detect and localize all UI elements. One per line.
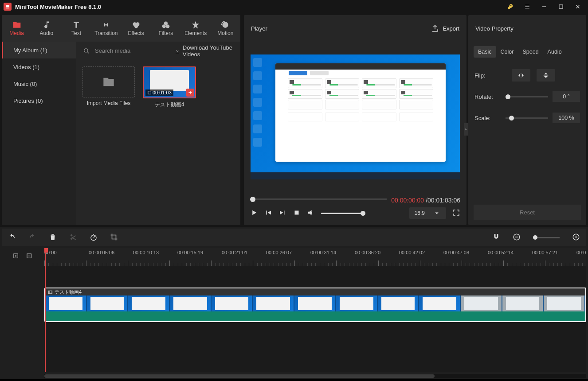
undo-button[interactable]	[8, 233, 16, 242]
properties-panel: Video Property Basic Color Speed Audio F…	[468, 15, 586, 225]
speed-button[interactable]	[90, 233, 98, 242]
tab-audio-prop[interactable]: Audio	[543, 46, 566, 58]
crop-button[interactable]	[110, 233, 118, 242]
svg-point-7	[223, 22, 228, 27]
app-logo	[4, 3, 12, 11]
redo-button[interactable]	[28, 233, 36, 242]
audio-track[interactable]	[44, 323, 586, 349]
sidebar-item-music[interactable]: Music (0)	[2, 75, 76, 92]
add-track-button[interactable]	[13, 253, 20, 261]
title-bar: MiniTool MovieMaker Free 8.1.0	[0, 0, 588, 13]
ruler-label: 00:00:47:08	[443, 250, 469, 255]
app-title: MiniTool MovieMaker Free 8.1.0	[15, 4, 101, 10]
sidebar-item-pictures[interactable]: Pictures (0)	[2, 92, 76, 109]
hamburger-menu-icon[interactable]	[521, 0, 534, 13]
magnet-icon[interactable]	[492, 233, 500, 242]
svg-point-8	[84, 48, 88, 52]
tab-speed[interactable]: Speed	[518, 46, 543, 58]
minimize-button[interactable]	[537, 0, 551, 13]
scrubber[interactable]	[250, 198, 387, 200]
tab-audio[interactable]: Audio	[31, 18, 61, 39]
ruler-label: 00:00:10:13	[133, 250, 159, 255]
media-clip-tile[interactable]: 00:01:03 テスト動画4	[143, 66, 196, 109]
ruler-label: 00:00:26:07	[266, 250, 292, 255]
split-button[interactable]	[69, 233, 77, 242]
video-clip[interactable]: テスト動画4	[44, 288, 586, 322]
current-time: 00:00:00:00	[391, 197, 424, 204]
volume-slider[interactable]	[321, 213, 365, 214]
filmstrip-icon	[48, 290, 53, 295]
tab-text[interactable]: Text	[62, 18, 91, 39]
category-tabs: Media Audio Text Transition Effects Filt…	[2, 15, 240, 42]
ruler-label: 00:00:15:19	[177, 250, 203, 255]
timeline-toolbar	[2, 229, 586, 246]
ruler-label: 00:00:31:14	[310, 250, 336, 255]
next-frame-button[interactable]	[278, 209, 286, 218]
ruler-label: 00:00:52:14	[488, 250, 514, 255]
search-input[interactable]	[94, 47, 170, 54]
svg-point-3	[134, 24, 137, 28]
timeline-scrollbar[interactable]	[44, 374, 586, 378]
flip-horizontal-button[interactable]	[512, 69, 530, 82]
svg-point-5	[162, 24, 166, 28]
player-panel: Player Export	[244, 15, 466, 225]
search-icon	[83, 48, 90, 54]
license-key-icon[interactable]	[504, 0, 517, 13]
prev-frame-button[interactable]	[264, 209, 272, 218]
zoom-slider[interactable]	[533, 237, 560, 238]
remove-track-button[interactable]	[26, 253, 33, 261]
timeline-ruler[interactable]: 00:0000:00:05:0600:00:10:1300:00:15:1900…	[44, 248, 586, 266]
ruler-label: 00:00:36:20	[355, 250, 380, 255]
total-time: 00:01:03:06	[427, 197, 460, 204]
ruler-label: 00:00:57:21	[532, 250, 558, 255]
svg-point-6	[166, 24, 169, 28]
ruler-label: 00:00:21:01	[222, 250, 247, 255]
tab-color[interactable]: Color	[496, 46, 518, 58]
rotate-slider[interactable]	[506, 96, 548, 97]
properties-title: Video Property	[475, 25, 514, 32]
sidebar-item-myalbum[interactable]: My Album (1)	[2, 42, 76, 58]
clip-duration: 00:01:03	[145, 89, 173, 96]
volume-button[interactable]	[307, 209, 315, 218]
import-media-tile[interactable]: Import Media Files	[82, 66, 135, 109]
maximize-button[interactable]	[554, 0, 568, 13]
tab-transition[interactable]: Transition	[91, 18, 121, 39]
tab-motion[interactable]: Motion	[211, 18, 240, 39]
export-button[interactable]: Export	[431, 24, 459, 32]
tab-effects[interactable]: Effects	[121, 18, 151, 39]
scale-slider[interactable]	[506, 117, 548, 119]
stop-button[interactable]	[293, 209, 301, 218]
play-button[interactable]	[250, 209, 258, 218]
zoom-in-button[interactable]	[572, 233, 580, 242]
chevron-down-icon	[433, 209, 441, 217]
ruler-label: 00:01:03	[576, 250, 586, 255]
aspect-ratio-select[interactable]: 16:9	[409, 207, 446, 219]
folder-icon	[102, 76, 115, 88]
reset-button[interactable]: Reset	[474, 205, 581, 220]
player-preview[interactable]	[244, 42, 466, 192]
tab-media[interactable]: Media	[2, 18, 31, 39]
delete-button[interactable]	[49, 233, 57, 242]
close-button[interactable]	[571, 0, 584, 13]
auto-tool-icon[interactable]	[472, 233, 480, 242]
rotate-value[interactable]: 0 °	[553, 91, 580, 102]
svg-rect-9	[295, 210, 299, 214]
fullscreen-button[interactable]	[452, 209, 460, 218]
flip-vertical-button[interactable]	[537, 69, 555, 82]
collapse-panel-button[interactable]	[464, 123, 468, 136]
player-title: Player	[251, 25, 267, 32]
ruler-label: 00:00:42:02	[399, 250, 425, 255]
tab-elements[interactable]: Elements	[181, 18, 211, 39]
playhead[interactable]	[45, 248, 46, 372]
tab-filters[interactable]: Filters	[151, 18, 180, 39]
svg-rect-16	[48, 291, 52, 293]
svg-rect-0	[559, 5, 563, 8]
tab-basic[interactable]: Basic	[474, 46, 496, 58]
add-clip-button[interactable]	[186, 89, 194, 97]
scale-value[interactable]: 100 %	[553, 113, 580, 123]
zoom-out-button[interactable]	[513, 233, 521, 242]
download-youtube-link[interactable]: Download YouTube Videos	[175, 44, 233, 58]
media-sidebar: My Album (1) Videos (1) Music (0) Pictur…	[2, 42, 76, 225]
sidebar-item-videos[interactable]: Videos (1)	[2, 58, 76, 75]
video-track[interactable]: テスト動画4	[44, 287, 586, 323]
